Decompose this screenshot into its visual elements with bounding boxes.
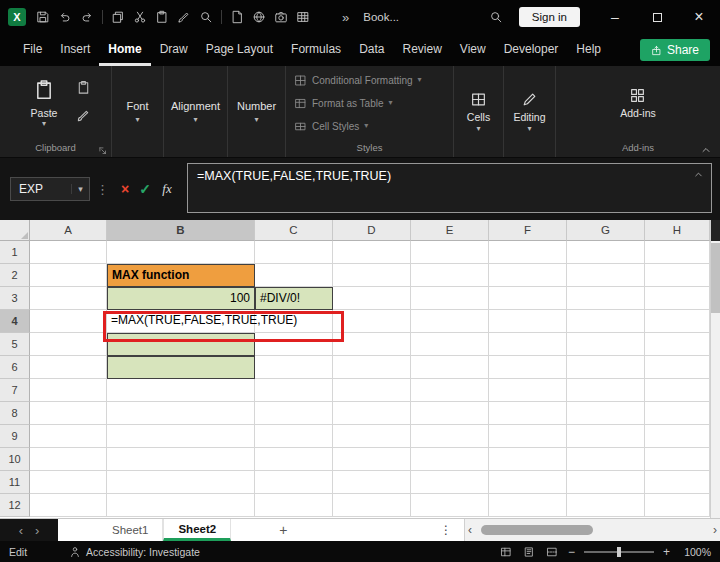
cell-e4[interactable]	[411, 310, 489, 333]
cell-e3[interactable]	[411, 287, 489, 310]
maximize-button[interactable]	[636, 0, 678, 34]
share-button[interactable]: Share	[640, 39, 710, 61]
menu-tab-review[interactable]: Review	[393, 34, 450, 66]
row-header-9[interactable]: 9	[0, 425, 30, 448]
copy-icon[interactable]	[107, 6, 129, 28]
cell-c11[interactable]	[255, 471, 333, 494]
cell-g6[interactable]	[567, 356, 645, 379]
row-header-7[interactable]: 7	[0, 379, 30, 402]
toolbar-overflow-chevrons[interactable]: »	[342, 10, 349, 25]
cell-g2[interactable]	[567, 264, 645, 287]
search-icon[interactable]	[483, 6, 509, 28]
formula-input[interactable]: =MAX(TRUE,FALSE,TRUE,TRUE)	[187, 163, 712, 213]
cell-g7[interactable]	[567, 379, 645, 402]
cell-d6[interactable]	[333, 356, 411, 379]
zoom-icon[interactable]	[195, 6, 217, 28]
menu-tab-home[interactable]: Home	[99, 34, 150, 66]
cell-b8[interactable]	[107, 402, 255, 425]
page-break-view-icon[interactable]	[545, 545, 559, 559]
menu-tab-help[interactable]: Help	[567, 34, 610, 66]
cell-g12[interactable]	[567, 494, 645, 517]
column-header-g[interactable]: G	[567, 220, 645, 241]
save-icon[interactable]	[32, 6, 54, 28]
cell-g10[interactable]	[567, 448, 645, 471]
cell-d12[interactable]	[333, 494, 411, 517]
cell-d7[interactable]	[333, 379, 411, 402]
cell-c1[interactable]	[255, 241, 333, 264]
new-sheet-button[interactable]: +	[271, 519, 295, 541]
cell-d3[interactable]	[333, 287, 411, 310]
cell-h11[interactable]	[645, 471, 710, 494]
cell-b3[interactable]: 100	[107, 287, 255, 310]
menu-tab-formulas[interactable]: Formulas	[282, 34, 350, 66]
format-as-table-button[interactable]: Format as Table ▾	[294, 93, 453, 113]
row-header-5[interactable]: 5	[0, 333, 30, 356]
cell-styles-button[interactable]: Cell Styles ▾	[294, 116, 453, 136]
cell-d5[interactable]	[333, 333, 411, 356]
menu-tab-draw[interactable]: Draw	[151, 34, 197, 66]
cell-a7[interactable]	[30, 379, 107, 402]
formula-bar-drag-handle[interactable]: ⋮	[96, 182, 109, 197]
cell-d2[interactable]	[333, 264, 411, 287]
cell-d4[interactable]	[333, 310, 411, 333]
horizontal-scroll-thumb[interactable]	[481, 525, 593, 535]
cell-b4[interactable]: =MAX(TRUE,FALSE,TRUE,TRUE)	[107, 310, 255, 333]
cell-a5[interactable]	[30, 333, 107, 356]
scroll-left-icon[interactable]: ‹	[468, 525, 472, 535]
row-header-1[interactable]: 1	[0, 241, 30, 264]
cell-a6[interactable]	[30, 356, 107, 379]
cell-a4[interactable]	[30, 310, 107, 333]
link-icon[interactable]	[248, 6, 270, 28]
cell-e12[interactable]	[411, 494, 489, 517]
row-header-10[interactable]: 10	[0, 448, 30, 471]
cell-c10[interactable]	[255, 448, 333, 471]
scroll-right-icon[interactable]: ›	[713, 525, 717, 535]
cut-icon[interactable]	[129, 6, 151, 28]
menu-tab-insert[interactable]: Insert	[51, 34, 99, 66]
redo-icon[interactable]	[76, 6, 98, 28]
row-header-4[interactable]: 4	[0, 310, 30, 333]
row-header-8[interactable]: 8	[0, 402, 30, 425]
table-icon[interactable]	[292, 6, 314, 28]
normal-view-icon[interactable]	[499, 545, 513, 559]
collapse-formula-bar-icon[interactable]	[693, 169, 704, 180]
cell-c3[interactable]: #DIV/0!	[255, 287, 333, 310]
enter-button[interactable]: ✓	[135, 178, 155, 200]
vertical-scroll-thumb[interactable]	[711, 243, 720, 313]
row-header-6[interactable]: 6	[0, 356, 30, 379]
cell-g4[interactable]	[567, 310, 645, 333]
cell-h1[interactable]	[645, 241, 710, 264]
row-header-11[interactable]: 11	[0, 471, 30, 494]
cell-a2[interactable]	[30, 264, 107, 287]
cell-h7[interactable]	[645, 379, 710, 402]
chevron-down-icon[interactable]: ▾	[71, 184, 89, 194]
cell-b2[interactable]: MAX function	[107, 264, 255, 287]
cell-e2[interactable]	[411, 264, 489, 287]
column-header-b[interactable]: B	[107, 220, 255, 241]
cell-d11[interactable]	[333, 471, 411, 494]
cell-e6[interactable]	[411, 356, 489, 379]
select-all-corner[interactable]	[0, 220, 30, 241]
column-header-f[interactable]: F	[489, 220, 567, 241]
number-group[interactable]: Number ▾	[228, 66, 286, 157]
cell-f6[interactable]	[489, 356, 567, 379]
cell-a8[interactable]	[30, 402, 107, 425]
format-painter-icon[interactable]	[173, 6, 195, 28]
close-button[interactable]: ×	[678, 0, 720, 34]
zoom-level[interactable]: 100%	[679, 546, 711, 558]
cell-e5[interactable]	[411, 333, 489, 356]
column-header-e[interactable]: E	[411, 220, 489, 241]
cell-b1[interactable]	[107, 241, 255, 264]
cell-c2[interactable]	[255, 264, 333, 287]
zoom-out-button[interactable]: −	[568, 545, 575, 559]
camera-icon[interactable]	[270, 6, 292, 28]
insert-function-button[interactable]: fx	[155, 178, 179, 200]
cell-a9[interactable]	[30, 425, 107, 448]
cell-b12[interactable]	[107, 494, 255, 517]
cell-a10[interactable]	[30, 448, 107, 471]
cell-c6[interactable]	[255, 356, 333, 379]
conditional-formatting-button[interactable]: Conditional Formatting ▾	[294, 70, 453, 90]
cell-g11[interactable]	[567, 471, 645, 494]
cell-f11[interactable]	[489, 471, 567, 494]
cell-d8[interactable]	[333, 402, 411, 425]
